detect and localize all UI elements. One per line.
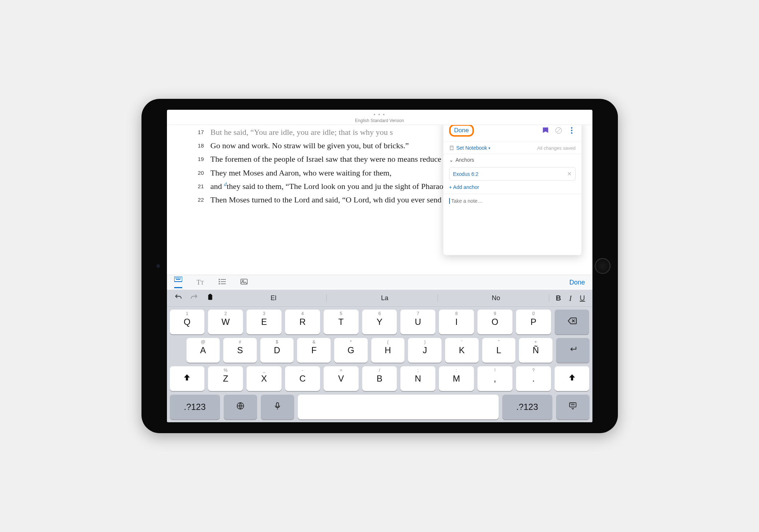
svg-rect-6 (175, 278, 176, 278)
italic-button[interactable]: I (568, 292, 573, 305)
key-I[interactable]: 8I (439, 310, 474, 334)
key-H[interactable]: (H (371, 338, 405, 363)
suggestion-1[interactable]: El (221, 294, 327, 302)
note-panel: Done Set Notebook▾ All changes saved ⌄ A… (443, 125, 582, 255)
globe-key[interactable] (224, 395, 257, 419)
svg-rect-9 (180, 278, 181, 278)
key-M[interactable]: :M (439, 366, 474, 391)
svg-rect-8 (178, 278, 179, 278)
text-style-icon[interactable]: TT (197, 279, 204, 286)
bold-button[interactable]: B (554, 293, 562, 304)
svg-line-1 (556, 129, 560, 133)
key-S[interactable]: #S (223, 338, 257, 363)
keyboard-format-bar: El La No B I U (167, 290, 592, 307)
note-done-button[interactable]: Done (449, 125, 474, 137)
keyboard-done-button[interactable]: Done (569, 279, 585, 286)
key-L[interactable]: "L (482, 338, 516, 363)
key-.[interactable]: ?. (516, 366, 551, 391)
key-D[interactable]: $D (260, 338, 294, 363)
svg-rect-10 (176, 279, 180, 280)
svg-point-14 (219, 279, 220, 280)
suggestion-3[interactable]: No (443, 294, 549, 302)
note-body (443, 194, 582, 255)
numbers-key-left[interactable]: .?123 (170, 395, 220, 419)
svg-rect-20 (209, 294, 211, 295)
note-panel-header: Done (443, 125, 582, 142)
key-R[interactable]: 4R (285, 310, 320, 334)
bible-version-label: English Standard Version (167, 118, 592, 125)
svg-rect-7 (177, 278, 178, 278)
svg-rect-2 (450, 146, 453, 150)
set-notebook-button[interactable]: Set Notebook▾ (456, 145, 491, 151)
ipad-camera (156, 264, 160, 268)
key-Ñ[interactable]: +Ñ (519, 338, 552, 363)
key-T[interactable]: 5T (324, 310, 359, 334)
key-F[interactable]: &F (297, 338, 331, 363)
key-E[interactable]: 3E (247, 310, 281, 334)
image-icon[interactable] (240, 279, 248, 286)
ipad-frame: • • • English Standard Version 17But he … (141, 99, 618, 433)
key-J[interactable]: )J (408, 338, 442, 363)
clipboard-icon[interactable] (205, 292, 216, 305)
key-O[interactable]: 9O (478, 310, 512, 334)
status-dots: • • • (167, 110, 592, 118)
home-button[interactable] (595, 258, 611, 274)
key-G[interactable]: *G (334, 338, 368, 363)
verse-number: 18 (196, 139, 211, 152)
anchor-reference: Exodus 6:2 (453, 171, 479, 177)
mic-key[interactable] (261, 395, 294, 419)
list-icon[interactable] (219, 279, 226, 286)
save-status: All changes saved (537, 145, 576, 151)
key-U[interactable]: 7U (400, 310, 435, 334)
add-anchor-button[interactable]: + Add anchor (443, 182, 582, 194)
verse-number: 20 (196, 166, 211, 179)
svg-rect-24 (276, 403, 279, 407)
svg-point-16 (219, 283, 220, 284)
key-C[interactable]: -C (285, 366, 320, 391)
key-X[interactable]: _X (247, 366, 281, 391)
underline-button[interactable]: U (578, 293, 586, 304)
keyboard-toolbar: TT Done (167, 275, 592, 290)
verse-number: 22 (196, 193, 211, 206)
enter-key[interactable] (556, 338, 590, 363)
more-options-icon[interactable] (568, 126, 576, 134)
numbers-key-right[interactable]: .?123 (502, 395, 552, 419)
chevron-down-icon: ⌄ (449, 157, 454, 163)
svg-rect-19 (208, 295, 212, 300)
space-key[interactable] (298, 395, 499, 419)
keyboard-tab-icon[interactable] (174, 277, 182, 288)
remove-anchor-icon[interactable]: ✕ (567, 170, 572, 177)
dismiss-keyboard-key[interactable] (556, 395, 590, 419)
undo-icon[interactable] (173, 292, 184, 305)
key-K[interactable]: 'K (445, 338, 479, 363)
backspace-key[interactable] (555, 310, 590, 334)
svg-point-15 (219, 281, 220, 282)
key-,[interactable]: !, (478, 366, 512, 391)
key-Z[interactable]: %Z (208, 366, 243, 391)
notebook-icon (449, 145, 454, 150)
shift-key-right[interactable] (555, 366, 590, 391)
verse-number: 21 (196, 180, 211, 193)
notebook-row: Set Notebook▾ All changes saved (443, 142, 582, 154)
anchor-item[interactable]: Exodus 6:2 ✕ (449, 167, 576, 181)
key-W[interactable]: 2W (208, 310, 243, 334)
chevron-down-icon: ▾ (488, 146, 490, 150)
key-Y[interactable]: 6Y (362, 310, 397, 334)
cancel-icon[interactable] (555, 126, 563, 134)
key-V[interactable]: =V (324, 366, 359, 391)
screen: • • • English Standard Version 17But he … (167, 110, 592, 422)
verse-number: 17 (196, 126, 211, 138)
onscreen-keyboard: 1Q2W3E4R5T6Y7U8I9O0P @A#S$D&F*G(H)J'K"L+… (167, 307, 592, 422)
key-Q[interactable]: 1Q (170, 310, 205, 334)
note-tag-icon[interactable] (542, 126, 550, 134)
key-A[interactable]: @A (187, 338, 220, 363)
key-N[interactable]: ;N (400, 366, 435, 391)
content-area: 17But he said, “You are idle, you are id… (167, 125, 592, 275)
suggestion-2[interactable]: La (332, 294, 438, 302)
key-B[interactable]: /B (362, 366, 397, 391)
note-text-input[interactable] (449, 198, 576, 204)
redo-icon[interactable] (189, 292, 200, 305)
anchors-section-header[interactable]: ⌄ Anchors (443, 154, 582, 166)
key-P[interactable]: 0P (516, 310, 551, 334)
shift-key-left[interactable] (170, 366, 205, 391)
